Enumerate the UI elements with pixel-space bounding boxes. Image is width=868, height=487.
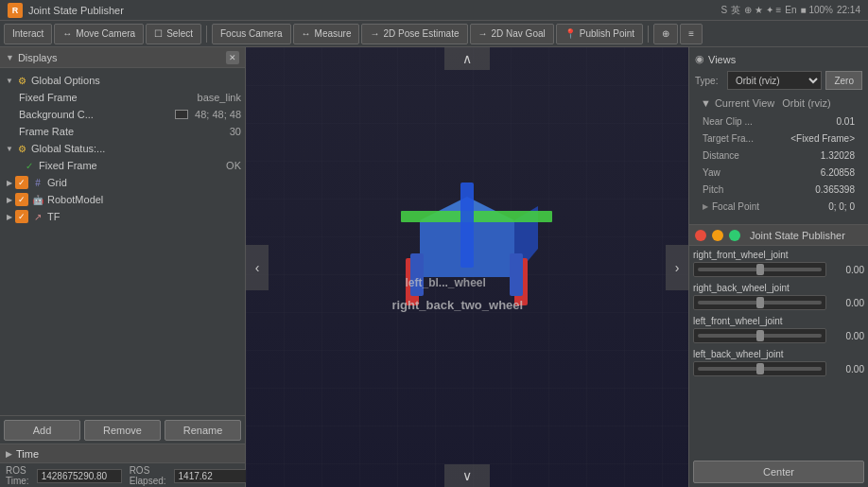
current-view-type: Orbit (rviz) (782, 97, 830, 109)
frame-rate-item[interactable]: Frame Rate 30 (0, 123, 245, 140)
joint-value-1: 0.00 (830, 298, 864, 308)
joint-slider-1[interactable] (693, 295, 826, 310)
background-color-swatch[interactable] (175, 110, 188, 119)
network-indicator: En (785, 5, 796, 15)
viewport[interactable]: left_bl..._wheel right_back_two_wheel ‹ … (246, 47, 688, 487)
jsp-maximize-icon[interactable] (729, 230, 740, 241)
joint-thumb-0[interactable] (756, 264, 764, 275)
views-panel: ◉ Views Type: Orbit (rviz) Zero ▼ Curren… (689, 47, 868, 225)
toolbar: Interact ↔ Move Camera ☐ Select Focus Ca… (0, 21, 868, 47)
nav-top-button[interactable]: ∧ (444, 47, 490, 70)
joint-thumb-2[interactable] (756, 330, 764, 341)
joint-slider-2[interactable] (693, 328, 826, 343)
views-type-label: Type: (695, 76, 723, 86)
joint-thumb-1[interactable] (756, 297, 764, 308)
tf-checkbox[interactable]: ✓ (15, 210, 28, 223)
interact-button[interactable]: Interact (4, 24, 52, 44)
ros-elapsed-label: ROS Elapsed: (130, 465, 166, 486)
pitch-row: Pitch 0.365398 (701, 181, 857, 198)
views-type-row: Type: Orbit (rviz) Zero (695, 71, 862, 90)
focal-point-expand-icon: ▶ (703, 202, 708, 211)
jsp-title: Joint State Publisher (750, 230, 845, 241)
fixed-frame-item[interactable]: Fixed Frame base_link (0, 89, 245, 106)
nav-left-button[interactable]: ‹ (246, 245, 269, 290)
tf-icon: ↗ (31, 210, 44, 223)
joint-name-1: right_back_wheel_joint (693, 283, 864, 293)
select-button[interactable]: ☐ Select (146, 24, 201, 44)
target-fra-label: Target Fra... (703, 133, 790, 144)
left-wheel-label: left_bl..._wheel (405, 276, 485, 289)
distance-row: Distance 1.32028 (701, 147, 857, 164)
main-layout: ▼ Displays ✕ ▼ ⚙ Global Options Fixed Fr… (0, 47, 868, 487)
publish-icon: 📍 (564, 28, 576, 39)
joint-slider-3[interactable] (693, 361, 826, 376)
robot-model-item[interactable]: ▶ ✓ 🤖 RobotModel (0, 191, 245, 208)
move-camera-button[interactable]: ↔ Move Camera (54, 24, 144, 44)
nav-right-button[interactable]: › (666, 245, 688, 290)
tf-label: TF (47, 211, 241, 222)
views-icon: ◉ (695, 53, 704, 65)
displays-title: Displays (18, 52, 222, 63)
grid-checkbox[interactable]: ✓ (15, 176, 28, 189)
global-status-item[interactable]: ▼ ⚙ Global Status:... (0, 140, 245, 157)
focal-point-label: Focal Point (712, 201, 828, 212)
joint-row-1: right_back_wheel_joint 0.00 (693, 283, 864, 310)
tf-item[interactable]: ▶ ✓ ↗ TF (0, 208, 245, 225)
joint-slider-0[interactable] (693, 262, 826, 277)
joint-value-3: 0.00 (830, 364, 864, 374)
current-view-section: ▼ Current View Orbit (rviz) Near Clip ..… (695, 94, 862, 218)
center-button[interactable]: Center (693, 461, 864, 483)
fixed-frame-label: Fixed Frame (19, 92, 194, 103)
fixed-frame-value: base_link (198, 92, 241, 103)
global-status-fixed-frame-item[interactable]: ✓ Fixed Frame OK (0, 157, 245, 174)
extra-button[interactable]: ⊕ (653, 24, 678, 44)
global-options-item[interactable]: ▼ ⚙ Global Options (0, 72, 245, 89)
right-back-wheel-label: right_back_two_wheel (391, 298, 523, 312)
grid-item[interactable]: ▶ ✓ # Grid (0, 174, 245, 191)
background-value: 48; 48; 48 (195, 109, 241, 120)
robot-model-checkbox[interactable]: ✓ (15, 193, 28, 206)
focus-camera-button[interactable]: Focus Camera (212, 24, 291, 44)
menu-button[interactable]: ≡ (680, 24, 703, 44)
displays-tree: ▼ ⚙ Global Options Fixed Frame base_link… (0, 68, 245, 415)
grid-label: Grid (47, 177, 241, 188)
tf-expand-icon: ▶ (4, 211, 15, 222)
distance-label: Distance (703, 150, 821, 161)
nav-bottom-button[interactable]: ∨ (444, 464, 490, 487)
frame-rate-label: Frame Rate (19, 126, 226, 137)
joint-row-2: left_front_wheel_joint 0.00 (693, 316, 864, 343)
remove-button[interactable]: Remove (84, 420, 161, 441)
jsp-header: Joint State Publisher (689, 225, 868, 246)
nav-goal-button[interactable]: → 2D Nav Goal (470, 24, 554, 44)
joint-thumb-3[interactable] (756, 363, 764, 374)
rename-button[interactable]: Rename (165, 420, 241, 441)
toolbar-separator-1 (206, 26, 207, 43)
target-fra-value: <Fixed Frame> (790, 133, 855, 144)
nav-goal-icon: → (478, 28, 488, 39)
jsp-close-icon[interactable] (695, 230, 706, 241)
pose-estimate-button[interactable]: → 2D Pose Estimate (361, 24, 467, 44)
joint-track-2 (698, 334, 822, 338)
displays-arrow-icon: ▼ (6, 53, 14, 62)
joint-control-1: 0.00 (693, 295, 864, 310)
views-zero-button[interactable]: Zero (825, 71, 862, 90)
left-sidebar: ▼ Displays ✕ ▼ ⚙ Global Options Fixed Fr… (0, 47, 246, 487)
target-fra-row: Target Fra... <Fixed Frame> (701, 130, 857, 147)
measure-button[interactable]: ↔ Measure (293, 24, 360, 44)
jsp-minimize-icon[interactable] (712, 230, 723, 241)
yaw-value: 6.20858 (821, 167, 855, 178)
global-options-label: Global Options (31, 75, 241, 86)
ros-time-label: ROS Time: (6, 465, 29, 486)
time-panel: ▶ Time ROS Time: 1428675290.80 ROS Elaps… (0, 444, 245, 487)
publish-point-button[interactable]: 📍 Publish Point (556, 24, 643, 44)
robot-model-icon: 🤖 (31, 193, 44, 206)
displays-close-button[interactable]: ✕ (226, 51, 239, 64)
add-button[interactable]: Add (4, 420, 80, 441)
background-item[interactable]: Background C... 48; 48; 48 (0, 106, 245, 123)
current-view-header: ▼ Current View Orbit (rviz) (701, 97, 857, 109)
viewport-canvas: left_bl..._wheel right_back_two_wheel ‹ … (246, 47, 688, 487)
views-title: ◉ Views (695, 53, 862, 65)
time-content: ROS Time: 1428675290.80 ROS Elapsed: 141… (0, 463, 245, 487)
background-label: Background C... (19, 109, 175, 120)
views-type-select[interactable]: Orbit (rviz) (727, 71, 822, 90)
